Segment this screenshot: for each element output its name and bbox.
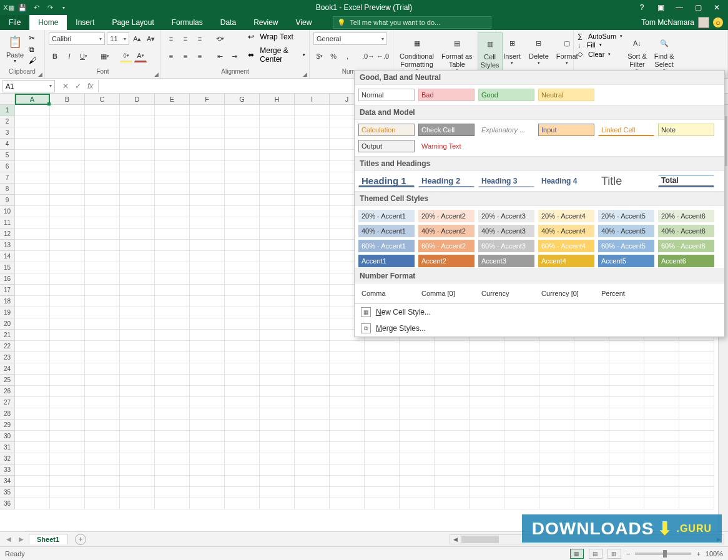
cell[interactable] bbox=[15, 184, 50, 195]
cell[interactable] bbox=[120, 307, 155, 318]
cell[interactable] bbox=[400, 464, 435, 476]
cell[interactable] bbox=[155, 330, 190, 341]
cell[interactable] bbox=[260, 487, 295, 498]
insert-cells-button[interactable]: ⊞Insert▾ bbox=[500, 32, 524, 67]
cell[interactable] bbox=[470, 397, 504, 408]
cell[interactable] bbox=[295, 240, 330, 251]
cell[interactable] bbox=[50, 285, 85, 296]
cell[interactable] bbox=[574, 442, 609, 453]
cell[interactable] bbox=[435, 363, 470, 375]
cell-style-swatch[interactable]: Currency bbox=[478, 287, 534, 300]
cell[interactable] bbox=[15, 228, 50, 240]
wrap-text-button[interactable]: ↩ Wrap Text bbox=[248, 32, 305, 41]
cell[interactable] bbox=[365, 453, 400, 464]
cell[interactable] bbox=[470, 420, 504, 431]
cell[interactable] bbox=[15, 127, 50, 139]
save-icon[interactable]: 💾 bbox=[17, 2, 27, 12]
cell[interactable] bbox=[504, 431, 539, 442]
cell[interactable] bbox=[574, 397, 609, 408]
cell[interactable] bbox=[365, 352, 400, 363]
cell[interactable] bbox=[435, 375, 470, 386]
cell[interactable] bbox=[225, 341, 260, 352]
cell[interactable] bbox=[295, 420, 330, 431]
cell[interactable] bbox=[470, 352, 504, 363]
cell[interactable] bbox=[295, 228, 330, 240]
cell[interactable] bbox=[225, 408, 260, 420]
cell[interactable] bbox=[609, 476, 644, 487]
cell[interactable] bbox=[190, 476, 225, 487]
cell[interactable] bbox=[225, 453, 260, 464]
cell[interactable] bbox=[679, 464, 714, 476]
cell[interactable] bbox=[644, 420, 679, 431]
cell[interactable] bbox=[190, 442, 225, 453]
cell[interactable] bbox=[85, 217, 120, 228]
normal-view-icon[interactable]: ▦ bbox=[570, 549, 584, 559]
cell[interactable] bbox=[435, 476, 470, 487]
cell[interactable] bbox=[155, 453, 190, 464]
cell[interactable] bbox=[15, 251, 50, 262]
cell[interactable] bbox=[120, 487, 155, 498]
cell-style-swatch[interactable]: 60% - Accent1 bbox=[358, 240, 415, 252]
cell[interactable] bbox=[504, 464, 539, 476]
cell[interactable] bbox=[155, 386, 190, 397]
sheet-tab-sheet1[interactable]: Sheet1 bbox=[29, 534, 67, 544]
cell[interactable] bbox=[190, 127, 225, 139]
sheet-nav-prev-icon[interactable]: ◀ bbox=[4, 536, 14, 543]
cell[interactable] bbox=[85, 341, 120, 352]
cell[interactable] bbox=[609, 397, 644, 408]
cell[interactable] bbox=[295, 105, 330, 116]
fx-icon[interactable]: fx bbox=[87, 82, 93, 91]
cell[interactable] bbox=[574, 453, 609, 464]
cell[interactable] bbox=[85, 105, 120, 116]
cell-style-swatch[interactable]: 60% - Accent3 bbox=[478, 240, 534, 252]
cell[interactable] bbox=[120, 296, 155, 307]
column-header[interactable]: F bbox=[190, 94, 225, 104]
cell[interactable] bbox=[85, 464, 120, 476]
cell[interactable] bbox=[435, 341, 470, 352]
cell[interactable] bbox=[400, 487, 435, 498]
cell[interactable] bbox=[504, 476, 539, 487]
cell[interactable] bbox=[504, 363, 539, 375]
cell[interactable] bbox=[295, 498, 330, 509]
cell[interactable] bbox=[504, 341, 539, 352]
cell[interactable] bbox=[504, 442, 539, 453]
cell-style-swatch[interactable]: 40% - Accent1 bbox=[358, 225, 415, 237]
cell[interactable] bbox=[295, 127, 330, 139]
help-icon[interactable]: ? bbox=[634, 1, 649, 14]
cell[interactable] bbox=[50, 139, 85, 150]
row-header[interactable]: 12 bbox=[0, 228, 15, 240]
cell[interactable] bbox=[539, 420, 574, 431]
cell[interactable] bbox=[295, 397, 330, 408]
cell[interactable] bbox=[190, 431, 225, 442]
tab-data[interactable]: Data bbox=[212, 15, 245, 30]
cell[interactable] bbox=[225, 285, 260, 296]
cell[interactable] bbox=[190, 318, 225, 330]
cell[interactable] bbox=[644, 453, 679, 464]
cell[interactable] bbox=[400, 352, 435, 363]
tab-review[interactable]: Review bbox=[245, 15, 287, 30]
cell[interactable] bbox=[155, 318, 190, 330]
cell[interactable] bbox=[50, 296, 85, 307]
cell[interactable] bbox=[155, 273, 190, 285]
find-select-button[interactable]: 🔍Find & Select▾ bbox=[652, 32, 677, 74]
cell[interactable] bbox=[85, 161, 120, 172]
cell[interactable] bbox=[260, 352, 295, 363]
cell[interactable] bbox=[574, 498, 609, 509]
cell[interactable] bbox=[155, 217, 190, 228]
cell[interactable] bbox=[644, 341, 679, 352]
cell[interactable] bbox=[260, 116, 295, 127]
cell[interactable] bbox=[295, 296, 330, 307]
cell[interactable] bbox=[609, 453, 644, 464]
cell[interactable] bbox=[15, 363, 50, 375]
cell[interactable] bbox=[155, 206, 190, 217]
cell[interactable] bbox=[15, 453, 50, 464]
cell[interactable] bbox=[85, 116, 120, 127]
cell[interactable] bbox=[85, 206, 120, 217]
row-header[interactable]: 17 bbox=[0, 285, 15, 296]
cell[interactable] bbox=[539, 375, 574, 386]
cell[interactable] bbox=[295, 217, 330, 228]
cell[interactable] bbox=[155, 228, 190, 240]
cell[interactable] bbox=[435, 408, 470, 420]
cell[interactable] bbox=[330, 476, 365, 487]
cell[interactable] bbox=[190, 453, 225, 464]
